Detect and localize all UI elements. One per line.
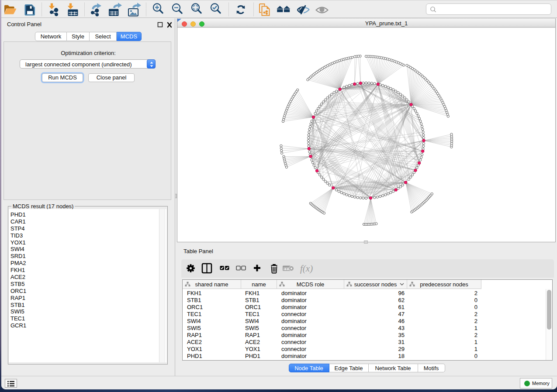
svg-text:f(x): f(x) xyxy=(300,263,313,274)
